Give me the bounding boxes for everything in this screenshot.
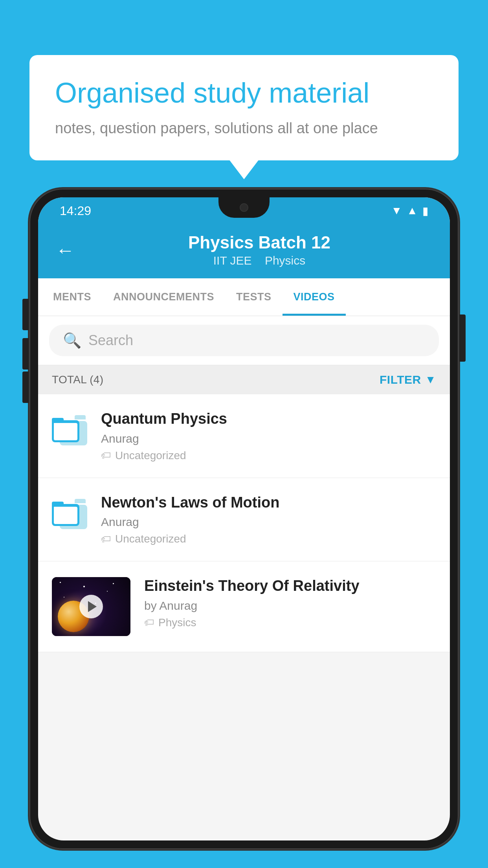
filter-button[interactable]: FILTER ▼ — [380, 373, 436, 386]
search-icon: 🔍 — [63, 332, 81, 349]
subtitle-physics: Physics — [265, 254, 305, 267]
play-button[interactable] — [79, 595, 103, 618]
search-input-wrapper[interactable]: 🔍 Search — [49, 325, 439, 356]
signal-icon: ▲ — [407, 204, 418, 217]
tab-videos[interactable]: VIDEOS — [283, 278, 346, 316]
speech-bubble: Organised study material notes, question… — [29, 55, 459, 160]
star — [64, 597, 64, 598]
star — [60, 582, 61, 583]
app-header: ← Physics Batch 12 IIT JEE Physics — [38, 224, 450, 278]
tab-ments[interactable]: MENTS — [42, 278, 102, 316]
bubble-title: Organised study material — [55, 77, 433, 109]
item-tag-label: Uncategorized — [115, 449, 186, 462]
phone-frame: 14:29 ▼ ▲ ▮ ← Physics Batch 12 IIT JEE — [29, 189, 459, 868]
camera-dot — [240, 203, 248, 212]
battery-icon: ▮ — [422, 204, 428, 217]
wifi-icon: ▼ — [391, 204, 402, 217]
status-time: 14:29 — [60, 204, 91, 218]
list-item[interactable]: Newton's Laws of Motion Anurag 🏷 Uncateg… — [38, 478, 450, 562]
notch — [218, 197, 270, 218]
folder-main — [52, 418, 79, 442]
item-title: Quantum Physics — [101, 410, 436, 428]
tabs-bar: MENTS ANNOUNCEMENTS TESTS VIDEOS — [38, 278, 450, 316]
item-author: by Anurag — [144, 599, 436, 612]
content-list: Quantum Physics Anurag 🏷 Uncategorized — [38, 394, 450, 652]
star — [107, 591, 108, 592]
back-button[interactable]: ← — [56, 239, 75, 261]
phone-screen: 14:29 ▼ ▲ ▮ ← Physics Batch 12 IIT JEE — [38, 197, 450, 840]
list-item[interactable]: Einstein's Theory Of Relativity by Anura… — [38, 561, 450, 652]
item-tag: 🏷 Physics — [144, 616, 436, 629]
folder-main-front — [53, 422, 78, 441]
search-container: 🔍 Search — [38, 316, 450, 365]
filter-row: TOTAL (4) FILTER ▼ — [38, 365, 450, 394]
filter-funnel-icon: ▼ — [425, 373, 436, 386]
bubble-subtitle: notes, question papers, solutions all at… — [55, 118, 433, 139]
tag-icon: 🏷 — [144, 616, 154, 629]
item-author: Anurag — [101, 515, 436, 529]
item-tag: 🏷 Uncategorized — [101, 533, 436, 545]
folder-icon — [52, 498, 87, 529]
search-input[interactable]: Search — [88, 332, 133, 349]
item-title: Newton's Laws of Motion — [101, 494, 436, 512]
filter-label: FILTER — [380, 373, 421, 386]
total-count: TOTAL (4) — [52, 373, 103, 386]
star — [113, 583, 114, 584]
header-title: Physics Batch 12 — [86, 233, 432, 252]
tab-tests[interactable]: TESTS — [225, 278, 283, 316]
item-tag-label: Physics — [158, 616, 196, 629]
item-icon-wrapper — [52, 496, 87, 531]
item-author: Anurag — [101, 432, 436, 445]
folder-main-front — [53, 506, 78, 525]
folder-main — [52, 502, 79, 526]
tag-icon: 🏷 — [101, 449, 111, 462]
list-item[interactable]: Quantum Physics Anurag 🏷 Uncategorized — [38, 394, 450, 478]
tab-announcements[interactable]: ANNOUNCEMENTS — [102, 278, 225, 316]
item-title: Einstein's Theory Of Relativity — [144, 577, 436, 595]
folder-icon — [52, 414, 87, 445]
play-triangle-icon — [88, 601, 97, 612]
item-details: Einstein's Theory Of Relativity by Anura… — [144, 577, 436, 629]
header-title-block: Physics Batch 12 IIT JEE Physics — [86, 233, 432, 267]
item-tag: 🏷 Uncategorized — [101, 449, 436, 462]
subtitle-iitjee: IIT JEE — [213, 254, 252, 267]
tag-icon: 🏷 — [101, 533, 111, 545]
thumbnail-bg — [52, 577, 130, 636]
phone-outer: 14:29 ▼ ▲ ▮ ← Physics Batch 12 IIT JEE — [29, 189, 459, 849]
item-icon-wrapper — [52, 412, 87, 447]
speech-bubble-container: Organised study material notes, question… — [29, 55, 459, 160]
status-bar: 14:29 ▼ ▲ ▮ — [38, 197, 450, 224]
video-thumbnail — [52, 577, 130, 636]
item-details: Quantum Physics Anurag 🏷 Uncategorized — [101, 410, 436, 462]
star — [83, 586, 85, 587]
header-subtitle: IIT JEE Physics — [86, 254, 432, 267]
item-details: Newton's Laws of Motion Anurag 🏷 Uncateg… — [101, 494, 436, 546]
status-icons: ▼ ▲ ▮ — [391, 204, 428, 217]
item-tag-label: Uncategorized — [115, 533, 186, 545]
